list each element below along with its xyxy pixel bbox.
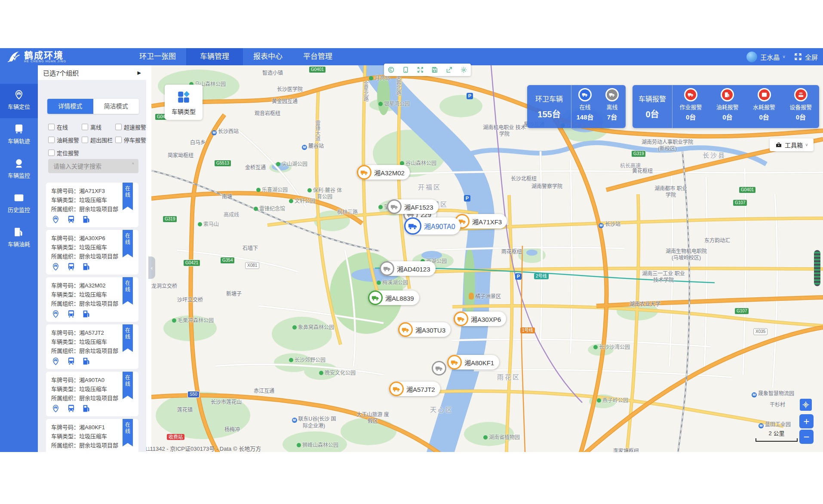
nav-item-报表中心[interactable]: 报表中心 (243, 48, 293, 65)
map-label-联东U谷(长沙 国际企业港): 联东U谷(长沙 国际企业港) (292, 416, 336, 429)
status-badge: 在线 (123, 230, 133, 254)
panel-collapse-handle[interactable]: ‹ (148, 257, 155, 279)
fuel-vehicle-icon[interactable] (82, 451, 91, 452)
locate-vehicle-icon[interactable] (51, 451, 60, 452)
map-canvas[interactable]: 智造小镇乌山森林公园长沙医学院月亮岛黄金园互通银星湾公园观音岩枢纽星沙互通松雅湖… (151, 65, 823, 452)
zoom-search-icon[interactable] (387, 66, 395, 73)
tab-简洁模式[interactable]: 简洁模式 (93, 99, 139, 114)
checkbox-icon[interactable] (82, 137, 88, 143)
parking-icon: P (515, 273, 522, 280)
avatar[interactable] (746, 52, 757, 62)
fuel-vehicle-icon[interactable] (82, 357, 91, 366)
fuel-vehicle-icon[interactable] (82, 215, 91, 224)
fuel-vehicle-icon[interactable] (82, 309, 91, 318)
fullscreen-label[interactable]: 全屏 (805, 52, 818, 61)
locate-vehicle-icon[interactable] (51, 357, 60, 366)
search-input[interactable] (52, 162, 132, 170)
vehicle-card-湘A80KF1[interactable]: 车牌号码：湘A80KF1车辆类型：垃圾压缩车所属组织：厨余垃圾项目部在线 (46, 419, 138, 452)
marker-plate-label: 湘A71XF3 (472, 217, 502, 226)
map-label-湖南生物机电职院 (马坡岭校区): 湖南生物机电职院 (马坡岭校区) (662, 248, 710, 261)
track-vehicle-icon[interactable] (67, 451, 76, 452)
checkbox-icon[interactable] (115, 124, 122, 130)
sidebar-item-车辆轨迹[interactable]: 车辆轨迹 (0, 118, 38, 153)
search-icon[interactable] (132, 162, 134, 170)
track-vehicle-icon[interactable] (67, 309, 76, 318)
fullscreen-icon[interactable] (794, 53, 802, 61)
gear-icon[interactable] (460, 66, 467, 73)
nav-item-平台管理[interactable]: 平台管理 (293, 48, 343, 65)
map-label-乐喜湖公园: 乐喜湖公园 (256, 186, 288, 193)
vehicle-marker-湘AF1523[interactable]: 湘AF1523 (387, 199, 439, 214)
vehicle-card-湘A90TA0[interactable]: 车牌号码：湘A90TA0车辆类型：垃圾压缩车所属组织：厨余垃圾项目部在线 (46, 372, 138, 416)
vehicle-marker-湘A30XP6[interactable]: 湘A30XP6 (454, 312, 506, 326)
vehicle-marker-湘A90TA0[interactable]: 湘A90TA0 (404, 217, 461, 235)
track-vehicle-icon[interactable] (67, 215, 76, 224)
device-view-icon[interactable] (402, 66, 409, 73)
vehicle-marker-湘A30TU3[interactable]: 湘A30TU3 (398, 322, 451, 337)
vehicle-marker-湘AL8839[interactable]: 湘AL8839 (368, 290, 419, 305)
checkbox-icon[interactable] (48, 150, 55, 156)
vehicle-card-湘A71XF3[interactable]: 车牌号码：湘A71XF3车辆类型：垃圾压缩车所属组织：厨余垃圾项目部在线 (46, 183, 138, 227)
vehicle-marker-湘A80KF1[interactable]: 湘A80KF1 (447, 355, 499, 370)
fleet-count: 155台 (537, 107, 560, 120)
org-selector[interactable]: 已选7个组织 ▶ (38, 65, 146, 80)
bus-icon (13, 123, 25, 134)
arrow-right-icon[interactable]: ▶ (138, 70, 141, 76)
vehicle-marker-湘AD40123[interactable]: 湘AD40123 (380, 261, 436, 276)
vehicle-marker-湘A57JT2[interactable]: 湘A57JT2 (389, 382, 440, 396)
sidebar-item-label: 历史监控 (0, 205, 38, 214)
locate-vehicle-icon[interactable] (51, 215, 60, 224)
stat-col-离线: 离线7台 (599, 85, 626, 128)
search-box[interactable] (48, 159, 138, 173)
track-vehicle-icon[interactable] (67, 262, 76, 271)
filter-超速报警[interactable]: 超速报警 (115, 123, 146, 131)
save-icon[interactable] (431, 66, 438, 73)
locate-vehicle-icon[interactable] (51, 262, 60, 271)
toolbox-button[interactable]: 工具箱 ˅ (770, 138, 814, 151)
fuel-vehicle-icon[interactable] (82, 262, 91, 271)
vehicle-card-湘A30XP6[interactable]: 车牌号码：湘A30XP6车辆类型：垃圾压缩车所属组织：厨余垃圾项目部在线 (46, 230, 138, 275)
track-vehicle-icon[interactable] (67, 357, 76, 366)
vehicle-type-card[interactable]: 车辆类型 (165, 85, 203, 120)
filter-离线[interactable]: 离线 (82, 123, 115, 131)
track-vehicle-icon[interactable] (67, 404, 76, 413)
marker-plate-label: 湘A80KF1 (464, 358, 494, 367)
vehicle-marker-湘A71XF3[interactable]: 湘A71XF3 (455, 214, 507, 229)
tab-详情模式[interactable]: 详情模式 (47, 99, 93, 114)
map-label-湖南机电职业 技术学院: 湖南机电职业 技术学院 (481, 125, 528, 137)
user-name[interactable]: 王水晶 (760, 52, 780, 61)
checkbox-icon[interactable] (115, 137, 122, 143)
map-label-长沙站: 长沙站 (599, 220, 620, 228)
checkbox-icon[interactable] (82, 124, 88, 130)
vehicle-marker-湘A32M02[interactable]: 湘A32M02 (357, 165, 410, 180)
vehicle-card-湘A57JT2[interactable]: 车牌号码：湘A57JT2车辆类型：垃圾压缩车所属组织：厨余垃圾项目部在线 (46, 324, 138, 369)
expand-icon[interactable] (417, 66, 424, 73)
checkbox-icon[interactable] (48, 124, 55, 130)
filter-在线[interactable]: 在线 (48, 123, 82, 131)
filter-定位报警[interactable]: 定位报警 (48, 149, 82, 157)
checkbox-icon[interactable] (48, 137, 55, 143)
filter-停车报警[interactable]: 停车报警 (115, 136, 146, 144)
map-scale: 2 公里 (755, 429, 798, 442)
vehicle-card-湘A32M02[interactable]: 车牌号码：湘A32M02车辆类型：垃圾压缩车所属组织：厨余垃圾项目部在线 (46, 277, 138, 322)
sidebar-item-车辆定位[interactable]: 车辆定位 (0, 84, 38, 118)
chevron-down-icon[interactable]: ˅ (783, 55, 785, 59)
locate-vehicle-icon[interactable] (51, 404, 60, 413)
nav-item-车辆管理[interactable]: 车辆管理 (186, 48, 243, 65)
vehicle-marker-unlabeled[interactable] (432, 361, 446, 376)
zoom-out-button[interactable]: − (799, 430, 814, 444)
nav-item-环卫一张图[interactable]: 环卫一张图 (129, 48, 186, 65)
marker-plate-label: 湘A30TU3 (415, 325, 445, 334)
locate-button[interactable] (800, 399, 812, 411)
filter-油耗报警[interactable]: 油耗报警 (48, 136, 82, 144)
locate-vehicle-icon[interactable] (51, 309, 60, 318)
sidebar-item-车辆油耗[interactable]: 车辆油耗 (0, 221, 38, 256)
fuel-vehicle-icon[interactable] (82, 404, 91, 413)
panel-scrollbar[interactable] (147, 183, 150, 450)
map-label-湖南农业大学: 湖南农业大学 (630, 300, 660, 307)
zoom-in-button[interactable]: + (799, 414, 814, 428)
sidebar-item-车辆监控[interactable]: 车辆监控 (0, 153, 38, 187)
export-icon[interactable] (445, 66, 453, 73)
sidebar-item-历史监控[interactable]: 历史监控 (0, 187, 38, 221)
filter-超出围栏[interactable]: 超出围栏 (82, 136, 115, 144)
